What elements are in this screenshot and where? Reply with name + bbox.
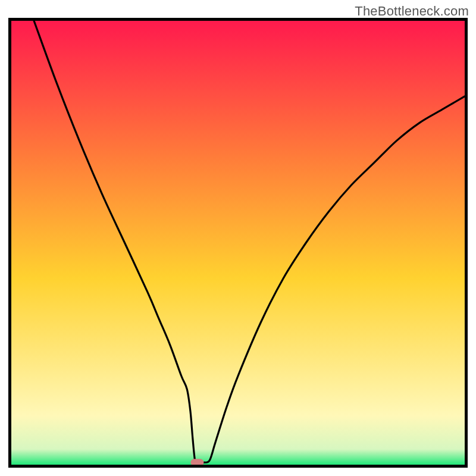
optimal-marker [190, 459, 203, 465]
watermark-text: TheBottleneck.com [355, 4, 469, 19]
chart-plot-area [8, 18, 468, 468]
chart-container: TheBottleneck.com [0, 0, 476, 476]
chart-background [11, 21, 465, 465]
chart-svg [11, 21, 465, 465]
